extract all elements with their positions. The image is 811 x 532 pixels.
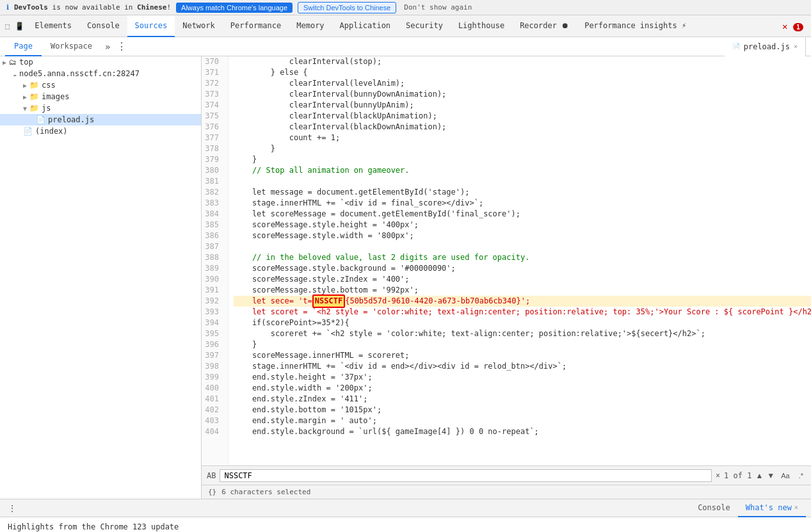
bottom-tab-console[interactable]: Console xyxy=(690,499,738,517)
tab-sources[interactable]: Sources xyxy=(127,15,175,37)
code-line: // in the beloved value, last 2 digits a… xyxy=(234,252,811,263)
devtools-tab-bar: ⬚ 📱 Elements Console Sources Network Per… xyxy=(0,15,811,37)
tree-item-preload[interactable]: 📄 preload.js xyxy=(0,114,201,125)
code-token: // in the beloved value, last 2 digits a… xyxy=(234,252,529,263)
always-match-btn[interactable]: Always match Chrome's language xyxy=(176,3,293,13)
tab-security[interactable]: Security xyxy=(398,15,451,37)
search-prev-btn[interactable]: ▲ xyxy=(755,471,763,480)
bottom-tab-whatsnew[interactable]: What's new × xyxy=(738,499,806,517)
line-number: 388 xyxy=(202,252,223,263)
code-view[interactable]: 3703713723733743753763773783793803813823… xyxy=(202,56,811,465)
switch-devtools-btn[interactable]: Switch DevTools to Chinese xyxy=(298,2,396,13)
code-token: } xyxy=(234,143,275,154)
code-token: end.style.width = '200px'; xyxy=(234,383,373,394)
tree-item-index[interactable]: 📄 (index) xyxy=(0,125,201,137)
code-token: } xyxy=(234,154,257,165)
tab-perf-insights[interactable]: Performance insights ⚡ xyxy=(577,15,694,37)
code-token: } else { xyxy=(234,67,308,78)
code-line: end.style.width = '200px'; xyxy=(234,383,811,394)
line-number: 395 xyxy=(202,328,223,339)
code-line: end.style.bottom = '1015px'; xyxy=(234,405,811,415)
dont-show-again[interactable]: Don't show again xyxy=(404,3,472,12)
code-token: let message = document.getElementById('s… xyxy=(234,187,469,198)
code-line: let scoret = `<h2 style = 'color:white; … xyxy=(234,307,811,318)
code-line: stage.innerHTML += `<div id = final_scor… xyxy=(234,198,811,209)
line-number: 376 xyxy=(202,122,223,133)
tree-label-css: css xyxy=(42,81,56,90)
line-number: 383 xyxy=(202,198,223,209)
line-number: 374 xyxy=(202,100,223,111)
code-line: clearInterval(blackDownAnimation); xyxy=(234,122,811,133)
line-number: 392 xyxy=(202,296,223,307)
whatsnew-close[interactable]: × xyxy=(794,504,798,511)
tab-workspace[interactable]: Workspace xyxy=(42,37,101,56)
tab-network[interactable]: Network xyxy=(175,15,223,37)
code-plain-post: {50b5d57d-9610-4420-a673-bb70ab6cb340}'; xyxy=(345,296,530,307)
error-badge: ✕ 1 xyxy=(782,21,803,31)
code-line: scoreMessage.style.height = '400px'; xyxy=(234,220,811,230)
tree-label-index: (index) xyxy=(35,127,68,136)
tab-application[interactable]: Application xyxy=(332,15,398,37)
line-number: 385 xyxy=(202,220,223,230)
code-line: count += 1; xyxy=(234,133,811,143)
search-input[interactable] xyxy=(220,469,712,482)
status-text: 6 characters selected xyxy=(221,488,310,496)
tree-item-images[interactable]: ▶ 📁 images xyxy=(0,91,201,102)
sources-sub-header: Page Workspace » ⋮ 📄 preload.js × xyxy=(0,37,811,56)
line-number: 390 xyxy=(202,274,223,285)
bottom-tab-bar: ⋮ Console What's new × xyxy=(0,499,811,517)
search-case-btn[interactable]: Aa xyxy=(778,471,792,480)
tab-memory[interactable]: Memory xyxy=(289,15,332,37)
search-bar: AB × 1 of 1 ▲ ▼ Aa .* xyxy=(202,465,811,485)
file-tab-name: preload.js xyxy=(744,42,790,51)
code-line: scoreMessage.innerHTML = scoreret; xyxy=(234,350,811,361)
tab-lighthouse[interactable]: Lighthouse xyxy=(451,15,512,37)
tree-item-node[interactable]: ☁ node5.anna.nssctf.cn:28247 xyxy=(0,68,201,79)
tab-page[interactable]: Page xyxy=(5,37,42,56)
tree-label-js: js xyxy=(42,104,51,113)
tab-console[interactable]: Console xyxy=(79,15,127,37)
search-clear-btn[interactable]: × xyxy=(716,471,720,480)
code-line: if(scorePoint>=35*2){ xyxy=(234,318,811,328)
line-number: 397 xyxy=(202,350,223,361)
code-line: clearInterval(bunnyDownAnimation); xyxy=(234,89,811,100)
code-token: scoreMessage.style.height = '400px'; xyxy=(234,220,419,230)
code-token: scoreMessage.style.background = '#000000… xyxy=(234,263,456,274)
line-number: 380 xyxy=(202,165,223,176)
code-token: scoreMessage.style.zIndex = '400'; xyxy=(234,274,410,285)
code-token: scoreret += `<h2 style = 'color:white; t… xyxy=(234,328,705,339)
tab-recorder[interactable]: Recorder ⏺ xyxy=(512,15,577,37)
sub-tab-more[interactable]: » xyxy=(101,42,114,52)
tree-item-js[interactable]: ▼ 📁 js xyxy=(0,102,201,114)
code-plain-pre: let sece= 't= xyxy=(234,296,312,307)
tree-item-css[interactable]: ▶ 📁 css xyxy=(0,79,201,91)
device-icon[interactable]: 📱 xyxy=(12,22,27,31)
folder-icon-js: ▼ xyxy=(23,105,27,112)
tree-item-top[interactable]: ▶ 🗂 top xyxy=(0,56,201,68)
search-next-btn[interactable]: ▼ xyxy=(767,471,775,480)
code-token: stage.innerHTML += `<div id = end></div>… xyxy=(234,361,566,372)
status-icon: {} xyxy=(208,488,216,496)
code-line: let sece= 't=NSSCTF{50b5d57d-9610-4420-a… xyxy=(234,296,811,307)
inspect-icon[interactable]: ⬚ xyxy=(3,22,12,31)
line-number: 377 xyxy=(202,133,223,143)
info-icon: ℹ xyxy=(6,3,9,12)
sub-header-dots[interactable]: ⋮ xyxy=(114,40,129,52)
file-tab-close[interactable]: × xyxy=(794,43,798,50)
code-token: scoreMessage.innerHTML = scoreret; xyxy=(234,350,410,361)
line-number: 391 xyxy=(202,285,223,296)
line-number: 373 xyxy=(202,89,223,100)
code-token: count += 1; xyxy=(234,133,340,143)
code-line: clearInterval(blackUpAnimation); xyxy=(234,111,811,122)
tree-label-top: top xyxy=(19,58,33,67)
line-number: 389 xyxy=(202,263,223,274)
line-number: 378 xyxy=(202,143,223,154)
tab-elements[interactable]: Elements xyxy=(27,15,79,37)
line-number: 398 xyxy=(202,361,223,372)
search-regex-btn[interactable]: .* xyxy=(796,471,806,480)
bottom-more-icon[interactable]: ⋮ xyxy=(5,503,19,513)
tree-label-preload: preload.js xyxy=(48,115,94,124)
bottom-content-area: Highlights from the Chrome 123 update xyxy=(0,517,811,532)
file-tab-preload: 📄 preload.js × xyxy=(725,37,806,56)
tab-performance[interactable]: Performance xyxy=(223,15,289,37)
